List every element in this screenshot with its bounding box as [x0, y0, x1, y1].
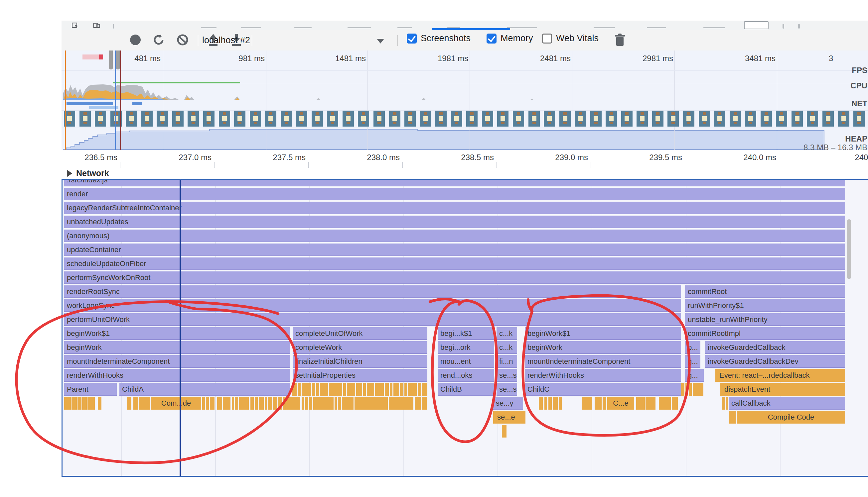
flame-sliver[interactable] [283, 397, 286, 410]
screenshots-checkbox[interactable]: Screenshots [407, 33, 471, 43]
flame-sliver[interactable] [415, 397, 421, 410]
flame-bar[interactable]: c...k [497, 327, 517, 340]
flame-sliver[interactable] [502, 425, 507, 438]
flame-bar[interactable]: fi...n [497, 355, 517, 368]
flame-sliver[interactable] [139, 397, 150, 410]
flame-sliver[interactable] [722, 397, 725, 410]
flame-bar[interactable]: c...k [497, 341, 517, 354]
flame-sliver[interactable] [265, 397, 267, 410]
screenshot-thumbnail[interactable] [188, 111, 199, 127]
flame-sliver[interactable] [603, 397, 606, 410]
flame-sliver[interactable] [223, 397, 231, 410]
flame-sliver[interactable] [418, 383, 421, 396]
record-button[interactable] [127, 32, 143, 48]
flame-bar[interactable]: begi...ork [438, 341, 494, 354]
flame-bar[interactable]: completeWork [293, 341, 427, 354]
flame-bar[interactable]: renderRootSync [64, 285, 681, 298]
flame-bar[interactable]: performUnitOfWork [64, 313, 681, 326]
flame-bar[interactable]: renderWithHooks [525, 369, 681, 382]
detail-ruler[interactable]: 236.5 ms237.0 ms237.5 ms238.0 ms238.5 ms… [61, 150, 868, 168]
flame-bar[interactable]: unstable_runWithPriority [685, 313, 845, 326]
flame-bar[interactable]: scheduleUpdateOnFiber [64, 257, 845, 270]
flame-sliver[interactable] [250, 397, 254, 410]
flame-sliver[interactable] [404, 383, 407, 396]
flame-bar[interactable]: dispatchEvent [720, 383, 845, 396]
flame-bar[interactable]: mou...ent [438, 355, 494, 368]
screenshot-thumbnail[interactable] [250, 111, 261, 127]
screenshot-thumbnail[interactable] [838, 111, 849, 127]
screenshot-thumbnail[interactable] [714, 111, 725, 127]
flame-sliver[interactable] [82, 397, 87, 410]
flame-sliver[interactable] [298, 383, 301, 396]
screenshot-thumbnail[interactable] [435, 111, 446, 127]
flame-sliver[interactable] [305, 397, 308, 410]
flame-sliver[interactable] [316, 383, 319, 396]
flame-sliver[interactable] [206, 397, 209, 410]
flame-bar[interactable]: beginWork$1 [525, 327, 681, 340]
screenshot-thumbnail[interactable] [312, 111, 323, 127]
flame-bar[interactable]: g... [685, 369, 704, 382]
screenshot-thumbnail[interactable] [791, 111, 803, 127]
flame-sliver[interactable] [636, 397, 645, 410]
flame-sliver[interactable] [292, 383, 297, 396]
screenshot-thumbnail[interactable] [466, 111, 478, 127]
flame-bar[interactable]: ChildA [120, 383, 290, 396]
flame-sliver[interactable] [268, 397, 272, 410]
screenshot-thumbnail[interactable] [358, 111, 369, 127]
flame-bar[interactable]: (anonymous) [64, 230, 845, 242]
flame-bar[interactable]: commitRootImpl [685, 327, 845, 340]
garbage-collect-button[interactable] [612, 32, 628, 48]
flame-sliver[interactable] [367, 383, 374, 396]
memory-checkbox[interactable]: Memory [486, 33, 533, 43]
range-handle-left[interactable] [109, 51, 113, 69]
flame-sliver[interactable] [659, 397, 671, 410]
screenshot-thumbnail[interactable] [281, 111, 292, 127]
flame-bar[interactable]: p... [685, 341, 700, 354]
flame-sliver[interactable] [343, 383, 346, 396]
screenshot-thumbnail[interactable] [95, 111, 106, 127]
flame-sliver[interactable] [255, 397, 258, 410]
flame-bar[interactable]: begi...k$1 [438, 327, 494, 340]
flame-sliver[interactable] [78, 397, 82, 410]
flame-sliver[interactable] [334, 397, 337, 410]
flame-sliver[interactable] [355, 397, 388, 410]
flame-bar[interactable]: beginWork [64, 341, 290, 354]
screenshot-thumbnail[interactable] [389, 111, 400, 127]
flame-sliver[interactable] [232, 397, 234, 410]
flame-bar[interactable]: ./src/index.js [64, 180, 845, 186]
flame-sliver[interactable] [539, 397, 543, 410]
vertical-scrollbar[interactable] [847, 219, 851, 279]
flame-sliver[interactable] [202, 397, 205, 410]
flame-sliver[interactable] [582, 397, 592, 410]
range-handle-right[interactable] [116, 51, 120, 69]
screenshot-thumbnail[interactable] [730, 111, 741, 127]
flame-sliver[interactable] [239, 397, 249, 410]
flame-sliver[interactable] [394, 383, 399, 396]
flame-bar[interactable]: beginWork [525, 341, 681, 354]
device-toolbar-icon[interactable] [90, 23, 104, 29]
flame-bar[interactable]: se...y [493, 397, 523, 410]
flame-bar[interactable]: renderWithHooks [64, 369, 290, 382]
flame-bar[interactable]: performSyncWorkOnRoot [64, 271, 845, 284]
flame-sliver[interactable] [559, 397, 562, 410]
flame-bar[interactable]: legacyRenderSubtreeIntoContainer [64, 202, 845, 214]
flame-sliver[interactable] [64, 397, 71, 410]
flame-bar[interactable]: updateContainer [64, 243, 845, 256]
flame-sliver[interactable] [726, 397, 728, 410]
flame-bar[interactable]: callCallback [729, 397, 845, 410]
flame-sliver[interactable] [259, 397, 264, 410]
flame-sliver[interactable] [422, 383, 427, 396]
profile-select[interactable]: localhost #2 [195, 32, 394, 48]
screenshot-thumbnail[interactable] [528, 111, 540, 127]
screenshot-thumbnail[interactable] [636, 111, 648, 127]
flame-sliver[interactable] [548, 397, 552, 410]
flame-bar[interactable]: mountIndeterminateComponent [525, 355, 681, 368]
screenshot-thumbnail[interactable] [761, 111, 772, 127]
flame-bar[interactable]: unbatchedUpdates [64, 216, 845, 228]
flame-bar[interactable]: se...s [497, 383, 517, 396]
flame-bar[interactable]: finalizeInitialChildren [293, 355, 427, 368]
flame-sliver[interactable] [273, 397, 277, 410]
screenshot-thumbnail[interactable] [853, 111, 865, 127]
flame-bar[interactable]: completeUnitOfWork [293, 327, 427, 340]
screenshot-thumbnail[interactable] [373, 111, 385, 127]
